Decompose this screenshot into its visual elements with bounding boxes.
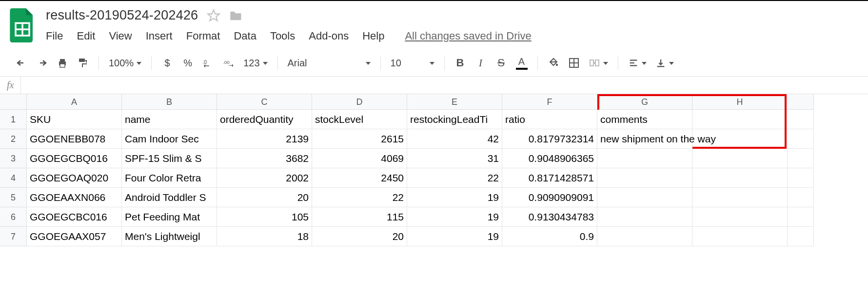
menu-edit[interactable]: Edit (77, 30, 95, 42)
cell[interactable]: comments (597, 110, 692, 129)
zoom-dropdown[interactable]: 100% (109, 58, 141, 69)
cell[interactable] (788, 129, 814, 149)
row-header[interactable]: 5 (0, 188, 27, 207)
cell[interactable]: 2139 (217, 129, 312, 149)
percent-format-button[interactable]: % (182, 56, 194, 70)
cell[interactable]: Pet Feeding Mat (122, 207, 217, 227)
column-header[interactable]: G (597, 94, 692, 110)
menu-format[interactable]: Format (186, 30, 220, 42)
cell[interactable]: restockingLeadTi (407, 110, 502, 129)
cell[interactable]: 4069 (312, 149, 407, 168)
menu-help[interactable]: Help (362, 30, 384, 42)
cell[interactable]: 0.9130434783 (502, 207, 597, 227)
increase-decimal-button[interactable]: .00 (223, 56, 235, 70)
font-name-dropdown[interactable]: Arial (288, 58, 371, 69)
cell[interactable]: Cam Indoor Sec (122, 129, 217, 149)
cell[interactable]: 19 (407, 188, 502, 207)
cell[interactable]: 0.9048906365 (502, 149, 597, 168)
document-title[interactable]: results-20190524-202426 (46, 8, 198, 23)
cell[interactable]: orderedQuantity (217, 110, 312, 129)
spreadsheet-grid[interactable]: ABCDEFGH 1SKUnameorderedQuantitystockLev… (0, 94, 868, 246)
cell[interactable] (692, 149, 788, 168)
cell[interactable]: 19 (407, 207, 502, 227)
cell[interactable]: ratio (502, 110, 597, 129)
cell[interactable]: 42 (407, 129, 502, 149)
cell[interactable] (788, 110, 814, 129)
select-all-corner[interactable] (0, 94, 27, 110)
menu-view[interactable]: View (109, 30, 132, 42)
saved-in-drive-note[interactable]: All changes saved in Drive (405, 30, 531, 42)
row-header[interactable]: 4 (0, 168, 27, 188)
cell[interactable] (788, 227, 814, 246)
decrease-decimal-button[interactable]: .0 (202, 56, 214, 70)
column-header[interactable]: D (312, 94, 407, 110)
column-header[interactable] (788, 94, 814, 110)
cell[interactable]: 2002 (217, 168, 312, 188)
cell[interactable] (692, 188, 788, 207)
formula-input[interactable] (21, 77, 868, 94)
paint-format-icon[interactable] (77, 56, 89, 70)
row-header[interactable]: 3 (0, 149, 27, 168)
cell[interactable]: Men's Lightweigl (122, 227, 217, 246)
cell[interactable] (692, 227, 788, 246)
print-icon[interactable] (57, 56, 68, 70)
column-header[interactable]: C (217, 94, 312, 110)
vertical-align-dropdown[interactable] (655, 58, 674, 68)
cell[interactable] (788, 168, 814, 188)
cell[interactable] (692, 207, 788, 227)
italic-button[interactable]: I (475, 56, 487, 70)
cell[interactable]: new shipment on the way (597, 129, 692, 149)
cell[interactable]: 20 (217, 188, 312, 207)
column-header[interactable]: H (692, 94, 788, 110)
cell[interactable]: 22 (407, 168, 502, 188)
redo-icon[interactable] (36, 56, 48, 70)
cell[interactable]: GGOENEBB078 (27, 129, 122, 149)
cell[interactable]: 3682 (217, 149, 312, 168)
cell[interactable]: GGOEAAXN066 (27, 188, 122, 207)
merge-cells-dropdown[interactable] (589, 57, 608, 69)
cell[interactable]: SKU (27, 110, 122, 129)
column-header[interactable]: F (502, 94, 597, 110)
menu-insert[interactable]: Insert (146, 30, 173, 42)
menu-addons[interactable]: Add-ons (309, 30, 349, 42)
cell[interactable] (597, 207, 692, 227)
cell[interactable]: GGOEGOAQ020 (27, 168, 122, 188)
menu-data[interactable]: Data (234, 30, 256, 42)
cell[interactable]: 0.8179732314 (502, 129, 597, 149)
fill-color-button[interactable] (548, 56, 559, 70)
cell[interactable] (788, 207, 814, 227)
font-size-dropdown[interactable]: 10 (391, 58, 434, 69)
cell[interactable]: 0.9090909091 (502, 188, 597, 207)
row-header[interactable]: 7 (0, 227, 27, 246)
cell[interactable]: 22 (312, 188, 407, 207)
cell[interactable] (597, 188, 692, 207)
cell[interactable]: 2450 (312, 168, 407, 188)
cell[interactable]: 19 (407, 227, 502, 246)
row-header[interactable]: 6 (0, 207, 27, 227)
column-header[interactable]: A (27, 94, 122, 110)
cell[interactable]: 105 (217, 207, 312, 227)
cell[interactable]: 115 (312, 207, 407, 227)
sheets-logo[interactable] (9, 7, 36, 44)
cell[interactable] (788, 149, 814, 168)
cell[interactable]: Four Color Retra (122, 168, 217, 188)
text-color-button[interactable]: A (516, 56, 528, 70)
bold-button[interactable]: B (454, 56, 466, 70)
cell[interactable] (597, 149, 692, 168)
more-formats-dropdown[interactable]: 123 (243, 58, 267, 69)
cell[interactable]: 20 (312, 227, 407, 246)
cell[interactable] (788, 188, 814, 207)
undo-icon[interactable] (16, 56, 27, 70)
row-header[interactable]: 2 (0, 129, 27, 149)
cell[interactable]: 31 (407, 149, 502, 168)
cell[interactable] (692, 110, 788, 129)
cell[interactable] (692, 168, 788, 188)
horizontal-align-dropdown[interactable] (628, 58, 647, 68)
menu-tools[interactable]: Tools (270, 30, 295, 42)
cell[interactable]: GGOEGCBC016 (27, 207, 122, 227)
cell[interactable]: 2615 (312, 129, 407, 149)
star-icon[interactable] (207, 9, 220, 22)
cell[interactable]: Android Toddler S (122, 188, 217, 207)
cell[interactable]: stockLevel (312, 110, 407, 129)
cell[interactable]: SPF-15 Slim & S (122, 149, 217, 168)
